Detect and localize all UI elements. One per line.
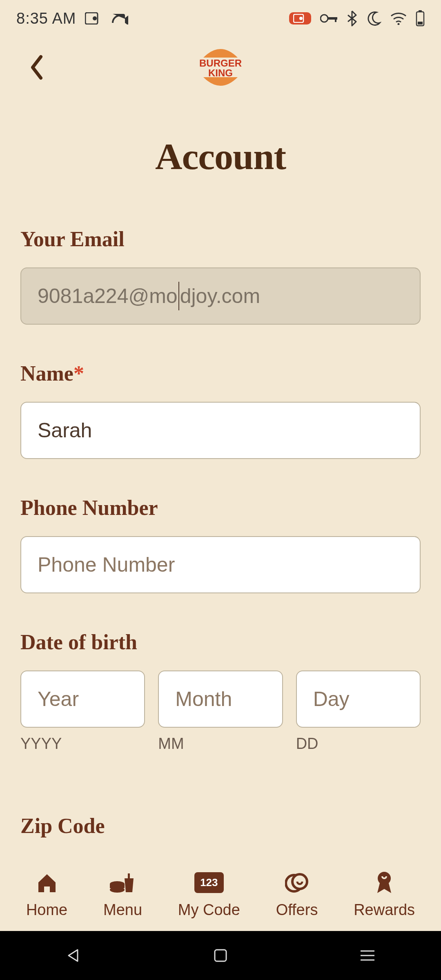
phone-input[interactable]: Phone Number	[20, 536, 421, 593]
sys-back-button[interactable]	[59, 941, 88, 970]
content-area: Account Your Email 9081a224@modjoy.com N…	[0, 98, 441, 858]
nav-home-label: Home	[26, 901, 67, 919]
svg-rect-13	[128, 873, 130, 879]
nav-offers[interactable]: Offers	[276, 870, 318, 919]
svg-rect-6	[335, 17, 336, 22]
dob-day-col: Day DD	[296, 670, 421, 753]
dob-day-placeholder: Day	[313, 687, 350, 711]
dob-field-group: Date of birth Year YYYY Month MM Day DD	[20, 630, 421, 753]
nav-rewards-label: Rewards	[354, 901, 415, 919]
svg-point-7	[398, 23, 400, 25]
email-value-pre: 9081a224@mo	[38, 284, 178, 308]
svg-point-4	[321, 15, 328, 22]
dob-month-hint: MM	[158, 735, 283, 753]
cast-icon	[111, 12, 128, 24]
dob-month-col: Month MM	[158, 670, 283, 753]
status-right	[289, 10, 425, 27]
vpn-key-icon	[320, 13, 338, 23]
dob-day-input[interactable]: Day	[296, 670, 421, 728]
dob-month-input[interactable]: Month	[158, 670, 283, 728]
nav-mycode-label: My Code	[178, 901, 240, 919]
burger-king-logo: BURGER KING	[196, 43, 245, 92]
bluetooth-icon	[347, 10, 357, 27]
name-input[interactable]: Sarah	[20, 402, 421, 459]
status-time: 8:35 AM	[16, 10, 76, 27]
text-caret	[178, 282, 179, 310]
dob-label: Date of birth	[20, 630, 421, 654]
dob-year-hint: YYYY	[20, 735, 145, 753]
svg-rect-10	[418, 22, 423, 24]
svg-point-18	[292, 874, 307, 889]
square-home-icon	[214, 949, 227, 962]
required-asterisk: *	[74, 362, 84, 385]
phone-field-group: Phone Number Phone Number	[20, 496, 421, 593]
nav-offers-label: Offers	[276, 901, 318, 919]
name-field-group: Name* Sarah	[20, 361, 421, 459]
email-value-post: djoy.com	[180, 284, 260, 308]
chevron-left-icon	[29, 54, 45, 80]
status-left: 8:35 AM	[16, 10, 128, 27]
zip-field-group: Zip Code	[20, 814, 421, 838]
system-nav-bar	[0, 931, 441, 980]
svg-text:BURGER: BURGER	[199, 58, 242, 69]
screen-record-icon	[85, 12, 102, 24]
email-field-group: Your Email 9081a224@modjoy.com	[20, 227, 421, 325]
nav-rewards[interactable]: Rewards	[354, 870, 415, 919]
rewards-ribbon-icon	[374, 870, 394, 895]
back-button[interactable]	[20, 51, 53, 84]
phone-label: Phone Number	[20, 496, 421, 520]
dnd-moon-icon	[366, 11, 381, 26]
home-icon	[36, 870, 58, 895]
code-badge-icon: 123	[194, 870, 223, 895]
name-value: Sarah	[38, 419, 92, 442]
dob-month-placeholder: Month	[175, 687, 232, 711]
code-badge-text: 123	[194, 872, 223, 893]
nav-home[interactable]: Home	[26, 870, 67, 919]
status-bar: 8:35 AM	[0, 0, 441, 37]
dob-day-hint: DD	[296, 735, 421, 753]
svg-point-16	[110, 887, 125, 893]
app-header: BURGER KING	[0, 37, 441, 98]
phone-placeholder: Phone Number	[38, 553, 175, 577]
bottom-nav: Home Menu 123 My Code Offers Rewards	[0, 858, 441, 931]
page-title: Account	[20, 135, 421, 178]
name-label-text: Name	[20, 362, 74, 385]
email-label: Your Email	[20, 227, 421, 251]
sys-recents-button[interactable]	[353, 941, 382, 970]
svg-point-3	[299, 17, 303, 20]
dob-year-input[interactable]: Year	[20, 670, 145, 728]
burger-drink-icon	[109, 870, 137, 895]
svg-point-1	[93, 16, 97, 20]
nav-menu[interactable]: Menu	[103, 870, 142, 919]
svg-rect-20	[215, 950, 226, 961]
recording-badge-icon	[289, 12, 311, 24]
email-input[interactable]: 9081a224@modjoy.com	[20, 267, 421, 325]
zip-label: Zip Code	[20, 814, 421, 838]
dob-year-col: Year YYYY	[20, 670, 145, 753]
dob-row: Year YYYY Month MM Day DD	[20, 670, 421, 753]
name-label: Name*	[20, 361, 421, 385]
offers-coin-icon	[285, 870, 309, 895]
wifi-icon	[390, 12, 407, 25]
sys-home-button[interactable]	[206, 941, 235, 970]
nav-mycode[interactable]: 123 My Code	[178, 870, 240, 919]
battery-icon	[416, 10, 425, 27]
svg-text:KING: KING	[208, 67, 233, 78]
triangle-back-icon	[65, 947, 82, 964]
svg-rect-9	[419, 10, 422, 12]
hamburger-recents-icon	[360, 949, 375, 962]
nav-menu-label: Menu	[103, 901, 142, 919]
dob-year-placeholder: Year	[38, 687, 79, 711]
